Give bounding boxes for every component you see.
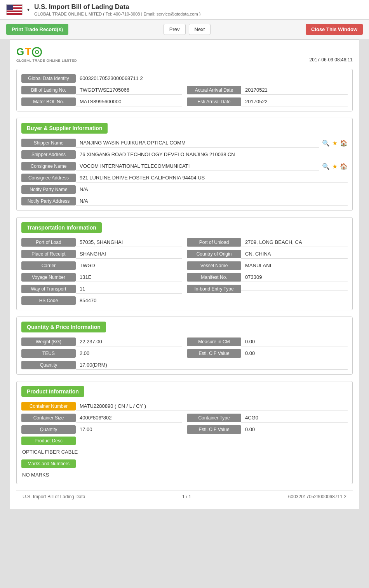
- prev-button[interactable]: Prev: [164, 24, 186, 35]
- global-data-identity-row: Global Data Identity 6003201705230000687…: [21, 74, 348, 83]
- main-content: G T O GLOBAL TRADE ONLINE LIMITED 2017-0…: [10, 39, 359, 509]
- port-of-load-label: Port of Load: [21, 238, 76, 247]
- buyer-supplier-header: Buyer & Supplier Information: [21, 123, 108, 134]
- quantity-label: Quantity: [21, 361, 76, 369]
- shipper-address-value: 76 XINGANG ROAD TECHNOLOGY DEVELO NANJIN…: [76, 150, 348, 159]
- consignee-star-icon[interactable]: ★: [332, 163, 338, 170]
- shipper-icons: 🔍 ★ 🏠: [322, 139, 348, 147]
- esti-arrival-value: 20170522: [241, 97, 348, 106]
- esti-cif-value: 0.00: [241, 349, 348, 358]
- marks-block: Marks and Numbers NO MARKS: [21, 458, 348, 479]
- header-subtitle: GLOBAL TRADE ONLINE LIMITED ( Tel: 400-7…: [34, 12, 200, 16]
- notify-party-address-row: Notify Party Address N/A: [21, 197, 348, 206]
- dropdown-arrow[interactable]: ▾: [27, 7, 30, 12]
- manifest-no-label: Manifest No.: [187, 273, 241, 282]
- actual-arrival-value: 20170521: [241, 85, 348, 95]
- notify-party-name-value: N/A: [76, 185, 348, 194]
- container-size-label: Container Size: [21, 414, 76, 422]
- footer-right: 600320170523000068711 2: [288, 494, 346, 499]
- consignee-search-icon[interactable]: 🔍: [322, 163, 330, 170]
- measure-value: 0.00: [241, 337, 348, 346]
- vessel-name-value: MANULANI: [241, 261, 348, 270]
- container-size-row: Container Size 4000*806*802 Container Ty…: [21, 413, 348, 423]
- voyage-number-value: 131E: [76, 273, 182, 282]
- marks-button[interactable]: Marks and Numbers: [21, 459, 76, 468]
- quantity-row: Quantity 17.00(DRM): [21, 360, 348, 370]
- close-button[interactable]: Close This Window: [306, 24, 363, 35]
- master-bol-label: Mater BOL No.: [21, 97, 76, 106]
- bill-of-lading-label: Bill of Lading No.: [21, 86, 76, 94]
- way-of-transport-label: Way of Transport: [21, 285, 76, 293]
- consignee-address-value: 921 LURLINE DRIVE FOSTER CALIFORNIA 9440…: [76, 173, 348, 183]
- transportation-section: Transportation Information Port of Load …: [16, 217, 353, 310]
- weight-value: 22,237.00: [76, 337, 182, 346]
- place-of-receipt-label: Place of Receipt: [21, 250, 76, 258]
- container-number-value: MATU2280890 ( CN / L / CY ): [76, 402, 348, 411]
- notify-party-address-value: N/A: [76, 197, 348, 206]
- quantity-price-header: Quantity & Price Information: [21, 322, 106, 332]
- actual-arrival-label: Actual Arrival Date: [187, 86, 241, 94]
- shipper-name-row: Shipper Name NANJING WASIN FUJIKURA OPTI…: [21, 138, 348, 148]
- place-of-receipt-value: SHANGHAI: [76, 249, 182, 259]
- footer-center: 1 / 1: [182, 494, 191, 499]
- port-of-load-value: 57035, SHANGHAI: [76, 238, 182, 247]
- weight-row: Weight (KG) 22,237.00 Measure in CM 0.00: [21, 337, 348, 346]
- notify-party-name-label: Notify Party Name: [21, 185, 76, 194]
- print-button[interactable]: Print Trade Record(s): [6, 24, 68, 35]
- way-of-transport-row: Way of Transport 11 In-bond Entry Type: [21, 284, 348, 294]
- footer-bar: U.S. Import Bill of Lading Data 1 / 1 60…: [16, 491, 353, 503]
- container-number-button[interactable]: Container Number: [21, 402, 76, 411]
- buyer-supplier-section: Buyer & Supplier Information Shipper Nam…: [16, 118, 353, 211]
- product-esti-cif-value: 0.00: [241, 425, 348, 434]
- country-of-origin-label: Country of Origin: [187, 250, 241, 258]
- port-of-unload-value: 2709, LONG BEACH, CA: [241, 238, 348, 247]
- consignee-address-label: Consignee Address: [21, 174, 76, 182]
- measure-label: Measure in CM: [187, 337, 241, 346]
- container-type-value: 4CG0: [241, 413, 348, 423]
- consignee-home-icon[interactable]: 🏠: [340, 163, 348, 170]
- product-desc-button[interactable]: Product Desc: [21, 437, 76, 445]
- marks-text: NO MARKS: [21, 470, 348, 479]
- product-desc-block: Product Desc OPTICAL FIBER CABLE: [21, 437, 348, 456]
- notify-party-address-label: Notify Party Address: [21, 197, 76, 205]
- hs-code-row: HS Code 854470: [21, 296, 348, 305]
- timestamp: 2017-06-09 08:46:11: [310, 57, 353, 63]
- hs-code-value: 854470: [76, 296, 348, 305]
- next-button[interactable]: Next: [189, 24, 211, 35]
- country-of-origin-value: CN, CHINA: [241, 249, 348, 259]
- shipper-address-label: Shipper Address: [21, 150, 76, 159]
- header-title: U.S. Import Bill of Lading Data: [34, 3, 200, 11]
- flag-icon: [6, 4, 23, 15]
- toolbar: Print Trade Record(s) Prev Next Close Th…: [0, 20, 369, 39]
- header-bar: ▾ U.S. Import Bill of Lading Data GLOBAL…: [0, 0, 369, 20]
- consignee-address-row: Consignee Address 921 LURLINE DRIVE FOST…: [21, 173, 348, 183]
- manifest-no-value: 073309: [241, 273, 348, 282]
- product-quantity-label: Quantity: [21, 425, 76, 434]
- quantity-price-section: Quantity & Price Information Weight (KG)…: [16, 317, 353, 375]
- port-of-unload-label: Port of Unload: [187, 238, 241, 247]
- container-type-label: Container Type: [187, 414, 241, 422]
- consignee-name-row: Consignee Name VOCOM INTERNATIONAL TELEC…: [21, 162, 348, 171]
- weight-label: Weight (KG): [21, 337, 76, 346]
- shipper-search-icon[interactable]: 🔍: [322, 139, 330, 147]
- consignee-name-value: VOCOM INTERNATIONAL TELECOMMUNICATI: [76, 162, 319, 171]
- shipper-star-icon[interactable]: ★: [332, 139, 338, 147]
- master-bol-value: MATS8995600000: [76, 97, 182, 106]
- shipper-address-row: Shipper Address 76 XINGANG ROAD TECHNOLO…: [21, 150, 348, 159]
- hs-code-label: HS Code: [21, 296, 76, 305]
- place-of-receipt-row: Place of Receipt SHANGHAI Country of Ori…: [21, 249, 348, 259]
- logo-row: G T O GLOBAL TRADE ONLINE LIMITED 2017-0…: [16, 46, 353, 63]
- container-number-row: Container Number MATU2280890 ( CN / L / …: [21, 402, 348, 411]
- global-data-identity-value: 600320170523000068711 2: [76, 74, 348, 83]
- teus-label: TEUS: [21, 349, 76, 358]
- port-of-load-row: Port of Load 57035, SHANGHAI Port of Unl…: [21, 238, 348, 247]
- shipper-name-value: NANJING WASIN FUJIKURA OPTICAL COMM: [76, 138, 319, 148]
- shipper-home-icon[interactable]: 🏠: [340, 139, 348, 147]
- shipper-name-label: Shipper Name: [21, 139, 76, 147]
- quantity-value: 17.00(DRM): [76, 360, 348, 370]
- consignee-name-label: Consignee Name: [21, 162, 76, 170]
- carrier-row: Carrier TWGD Vessel Name MANULANI: [21, 261, 348, 270]
- vessel-name-label: Vessel Name: [187, 261, 241, 270]
- product-section: Product Information Container Number MAT…: [16, 381, 353, 484]
- container-size-value: 4000*806*802: [76, 413, 182, 423]
